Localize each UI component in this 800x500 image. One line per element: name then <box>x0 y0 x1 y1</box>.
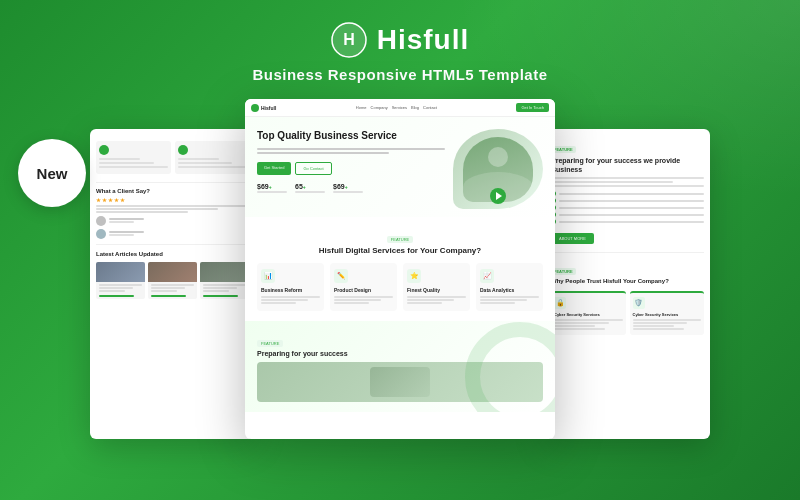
lp-avatar-1 <box>96 216 106 226</box>
cp-service-line <box>261 299 308 301</box>
rp-card-line <box>633 325 674 327</box>
cp-hero-section: Top Quality Business Service Get Started… <box>245 117 555 217</box>
rp-card-line <box>554 319 623 321</box>
cp-hero-stats: $69+ 65+ $69+ <box>257 183 445 193</box>
cp-nav-blog: Blog <box>411 105 419 110</box>
cp-service-line <box>407 299 454 301</box>
article-img-1 <box>96 262 145 282</box>
lp-col-2 <box>175 141 250 174</box>
rp-card-icon-1: 🔒 <box>554 297 566 309</box>
article-card-1 <box>96 262 145 299</box>
rp-check-line-1 <box>559 193 704 195</box>
article-img-2 <box>148 262 197 282</box>
rp-card-line <box>633 319 702 321</box>
rp-card-line <box>554 328 605 330</box>
rp-card-line <box>633 328 684 330</box>
cp-prep-image <box>257 362 543 402</box>
article-content-3 <box>200 282 249 299</box>
lp-line <box>99 162 154 164</box>
lp-articles-title: Latest Articles Updated <box>96 251 249 259</box>
rp-text-2 <box>551 181 673 183</box>
cp-nav-cta[interactable]: Get In Touch <box>516 103 549 112</box>
lp-col-1 <box>96 141 171 174</box>
read-more-link <box>203 295 238 297</box>
article-card-3 <box>200 262 249 299</box>
test-line <box>96 211 188 213</box>
cp-prep-image-inner <box>370 367 430 397</box>
rp-about-btn[interactable]: ABOUT MORE <box>551 233 594 244</box>
lp-name-line <box>109 221 134 223</box>
cp-nav-brand: Hisfull <box>261 105 276 111</box>
cp-nav-services: Services <box>392 105 407 110</box>
star-1 <box>96 198 101 203</box>
cp-nav-links: Home Company Services Blog Contact <box>282 105 510 110</box>
rp-card-icon-2: 🛡️ <box>633 297 645 309</box>
rp-check-line-3 <box>559 207 704 209</box>
lp-client-title: What a Client Say? <box>96 188 249 196</box>
rp-check-line-4 <box>559 214 704 216</box>
read-more-link <box>99 295 134 297</box>
cp-play-icon <box>496 192 502 200</box>
page-content: H Hisfull Business Responsive HTML5 Temp… <box>0 0 800 439</box>
article-card-2 <box>148 262 197 299</box>
rp-text-1 <box>551 177 704 179</box>
cp-nav-logo-icon <box>251 104 259 112</box>
rp-prep-title: Preparing for your success we provide Bu… <box>551 156 704 174</box>
lp-deliver-section <box>96 141 249 174</box>
cp-service-line <box>480 302 515 304</box>
rp-divider <box>551 252 704 253</box>
lp-name-line <box>109 218 144 220</box>
cp-navbar: Hisfull Home Company Services Blog Conta… <box>245 99 555 117</box>
star-5 <box>120 198 125 203</box>
lp-deliver-cols <box>96 141 249 174</box>
cp-service-title-1: Business Reform <box>261 287 320 293</box>
lp-stars <box>96 198 249 203</box>
rp-trust-card-2: 🛡️ Cyber Security Services <box>630 291 705 335</box>
cp-btn-contact[interactable]: Go Contact <box>295 162 331 175</box>
lp-articles-grid <box>96 262 249 299</box>
cp-service-title-2: Product Design <box>334 287 393 293</box>
cp-nav-logo: Hisfull <box>251 104 276 112</box>
cp-service-line <box>334 296 393 298</box>
cp-services-label: FEATURE <box>387 236 413 243</box>
rp-card-line <box>554 325 595 327</box>
cp-service-card-3: ⭐ Finest Quality <box>403 263 470 311</box>
rp-check-2 <box>551 198 704 203</box>
lp-avatar-row-2 <box>96 229 249 239</box>
cp-service-line <box>261 296 320 298</box>
article-content-2 <box>148 282 197 299</box>
rp-trust-section: FEATURE Why People Trust Hisfull Your Co… <box>551 259 704 335</box>
read-more-link <box>151 295 186 297</box>
lp-name-lines-2 <box>109 231 144 236</box>
cp-btn-get-started[interactable]: Get Started <box>257 162 291 175</box>
test-line <box>96 205 249 207</box>
rp-check-5 <box>551 219 704 224</box>
cp-service-line <box>407 302 442 304</box>
cp-service-line <box>480 296 539 298</box>
cp-stat-num-3: $69+ <box>333 183 363 190</box>
cp-service-card-1: 📊 Business Reform <box>257 263 324 311</box>
rp-card-title-1: Cyber Security Services <box>554 312 623 317</box>
preview-area: New <box>0 99 800 439</box>
rp-trust-card-1: 🔒 Cyber Security Services <box>551 291 626 335</box>
cp-play-button[interactable] <box>490 188 506 204</box>
lp-line <box>178 158 219 160</box>
star-2 <box>102 198 107 203</box>
lp-line <box>99 158 140 160</box>
cp-stat-num-1: $69+ <box>257 183 287 190</box>
cp-hero-sub-2 <box>257 152 389 154</box>
rp-check-4 <box>551 212 704 217</box>
cp-hero-right <box>453 129 543 209</box>
cp-nav-contact: Contact <box>423 105 437 110</box>
cp-service-line <box>334 299 381 301</box>
article-content-1 <box>96 282 145 299</box>
brand-name: Hisfull <box>377 24 470 56</box>
cp-stat-2: 65+ <box>295 183 325 193</box>
rp-check-1 <box>551 191 704 196</box>
article-line <box>99 284 142 286</box>
star-3 <box>108 198 113 203</box>
cp-stat-3: $69+ <box>333 183 363 193</box>
rp-preparing-section: FEATURE Preparing for your success we pr… <box>551 137 704 244</box>
article-line <box>99 287 133 289</box>
cp-service-icon-4: 📈 <box>480 269 494 283</box>
